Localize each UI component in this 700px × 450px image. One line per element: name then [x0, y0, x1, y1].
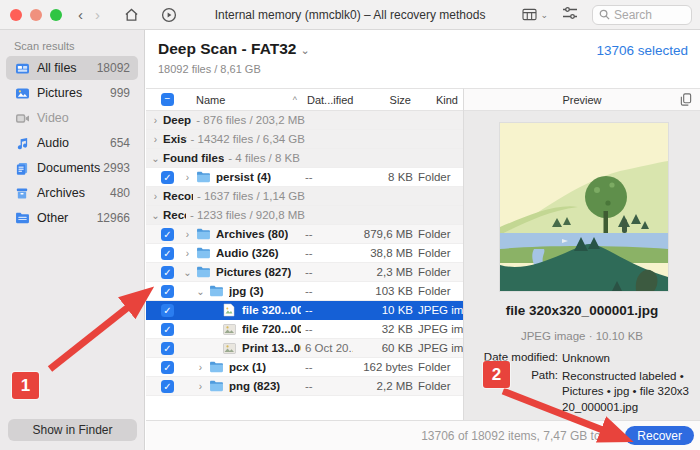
filter-icon[interactable] [562, 6, 578, 24]
sidebar-item-label: Pictures [37, 86, 82, 100]
back-icon[interactable]: ‹ [78, 6, 83, 23]
row-suffix: - 1637 files / 1,14 GB [197, 190, 305, 202]
table-row[interactable]: ✓ file 720...000.jpg -- 32 KB JPEG image [146, 320, 463, 339]
row-checkbox[interactable]: ✓ [161, 266, 174, 279]
sidebar-item-video[interactable]: Video [6, 106, 138, 130]
image-thumb-icon [221, 343, 237, 354]
sidebar-item-label: Video [37, 111, 69, 125]
zoom-window-button[interactable] [50, 9, 62, 21]
table-row[interactable]: ✓ › png (823) -- 2,2 MB Folder [146, 377, 463, 396]
table-row[interactable]: ✓ › Existing files - 14342 files / 6,34 … [146, 130, 463, 149]
table-row[interactable]: ✓ › pcx (1) -- 162 bytes Folder [146, 358, 463, 377]
row-date: -- [305, 361, 353, 373]
search-input[interactable] [614, 8, 684, 22]
sidebar-item-all-files[interactable]: All files18092 [6, 56, 138, 80]
row-checkbox[interactable]: ✓ [161, 228, 174, 241]
select-all-checkbox[interactable]: − [161, 93, 174, 106]
column-header-name[interactable]: Name [196, 94, 225, 106]
rescan-icon[interactable] [161, 7, 177, 23]
row-name: file 720...000.jpg [242, 323, 301, 335]
expand-chevron-icon[interactable]: ⌄ [150, 210, 161, 221]
row-size: 10 KB [353, 304, 413, 316]
folder-icon [208, 285, 224, 297]
column-header-kind[interactable]: Kind [411, 94, 463, 106]
expand-chevron-icon[interactable]: › [150, 191, 161, 202]
expand-chevron-icon[interactable]: › [150, 134, 161, 145]
expand-chevron-icon[interactable]: › [195, 362, 206, 373]
preview-field-value: Unknown [562, 351, 610, 367]
recover-button[interactable]: Recover [625, 426, 694, 445]
view-mode-selector[interactable]: ⌄ [522, 8, 548, 21]
expand-chevron-icon[interactable]: › [182, 248, 193, 259]
sidebar-item-label: Other [37, 211, 68, 225]
row-date: -- [305, 380, 353, 392]
table-row[interactable]: ✓ ⌄ jpg (3) -- 103 KB Folder [146, 282, 463, 301]
row-size: 8 KB [353, 171, 413, 183]
row-date: -- [305, 247, 353, 259]
expand-chevron-icon[interactable]: › [150, 115, 161, 126]
sidebar-item-label: Documents [37, 161, 100, 175]
row-name: png (823) [229, 380, 280, 392]
sort-asc-icon[interactable]: ^ [293, 95, 297, 105]
sidebar-item-other[interactable]: Other12966 [6, 206, 138, 230]
app-window: ‹ › Internal memory (mmcblk0) – All reco… [0, 0, 700, 450]
row-size: 32 KB [353, 323, 413, 335]
row-name: Found files [163, 152, 224, 164]
row-checkbox[interactable]: ✓ [161, 285, 174, 298]
expand-chevron-icon[interactable]: ⌄ [150, 153, 161, 164]
row-checkbox[interactable]: ✓ [161, 247, 174, 260]
expand-chevron-icon[interactable]: › [182, 172, 193, 183]
row-date: -- [305, 304, 353, 316]
row-checkbox[interactable]: ✓ [161, 380, 174, 393]
table-row[interactable]: ✓ › Deep Scan - FAT32 - 876 files / 203,… [146, 111, 463, 130]
sidebar-item-audio[interactable]: Audio654 [6, 131, 138, 155]
row-checkbox[interactable]: ✓ [161, 304, 174, 317]
row-checkbox[interactable]: ✓ [161, 342, 174, 355]
row-name: Audio (326) [216, 247, 279, 259]
table-row[interactable]: ✓ › Audio (326) -- 38,8 MB Folder [146, 244, 463, 263]
table-row[interactable]: ✓ › Archives (80) -- 879,6 MB Folder [146, 225, 463, 244]
sidebar-item-pictures[interactable]: Pictures999 [6, 81, 138, 105]
sidebar-item-documents[interactable]: Documents2993 [6, 156, 138, 180]
table-row[interactable]: ✓ ⌄ Pictures (827) -- 2,3 MB Folder [146, 263, 463, 282]
row-date: -- [305, 323, 353, 335]
expand-chevron-icon[interactable]: ⌄ [195, 286, 206, 297]
column-header-date[interactable]: Dat...ified [307, 94, 355, 106]
preview-image[interactable] [500, 123, 668, 291]
table-row[interactable]: ✓ file 320...001.jpg -- 10 KB JPEG image [146, 301, 463, 320]
sidebar-item-archives[interactable]: Archives480 [6, 181, 138, 205]
close-window-button[interactable] [10, 9, 22, 21]
copy-preview-icon[interactable] [680, 93, 692, 108]
row-kind: JPEG image [413, 304, 463, 316]
sidebar-item-count: 654 [110, 136, 130, 150]
folder-icon [195, 228, 211, 240]
home-icon[interactable] [124, 8, 139, 22]
expand-chevron-icon[interactable]: ⌄ [182, 267, 193, 278]
selected-count-label[interactable]: 13706 selected [596, 43, 688, 58]
row-date: -- [305, 285, 353, 297]
chevron-down-icon: ⌄ [540, 10, 548, 20]
row-checkbox[interactable]: ✓ [161, 323, 174, 336]
expand-chevron-icon[interactable]: › [182, 229, 193, 240]
search-field[interactable] [592, 5, 692, 25]
table-row[interactable]: ✓ ⌄ Found files - 4 files / 8 KB [146, 149, 463, 168]
scan-title-dropdown[interactable]: Deep Scan - FAT32⌄ [158, 40, 310, 58]
table-row[interactable]: ✓ Print 13...002.jpg 6 Oct 20... 60 KB J… [146, 339, 463, 358]
row-checkbox[interactable]: ✓ [161, 361, 174, 374]
forward-icon[interactable]: › [95, 6, 100, 23]
show-in-finder-button[interactable]: Show in Finder [8, 419, 137, 441]
minimize-window-button[interactable] [30, 9, 42, 21]
row-checkbox[interactable]: ✓ [161, 171, 174, 184]
column-header-size[interactable]: Size [355, 94, 411, 106]
sidebar-item-label: All files [37, 61, 77, 75]
table-row[interactable]: ✓ ⌄ Reconstructed labeled - 1233 files /… [146, 206, 463, 225]
row-size: 2,2 MB [353, 380, 413, 392]
row-kind: Folder [413, 247, 463, 259]
table-row[interactable]: ✓ › persist (4) -- 8 KB Folder [146, 168, 463, 187]
table-row[interactable]: ✓ › Reconstructed - 1637 files / 1,14 GB [146, 187, 463, 206]
documents-icon [14, 161, 30, 175]
image-file-icon [221, 303, 237, 317]
expand-chevron-icon[interactable]: › [195, 381, 206, 392]
folder-icon [208, 380, 224, 392]
chevron-down-icon: ⌄ [300, 44, 309, 56]
